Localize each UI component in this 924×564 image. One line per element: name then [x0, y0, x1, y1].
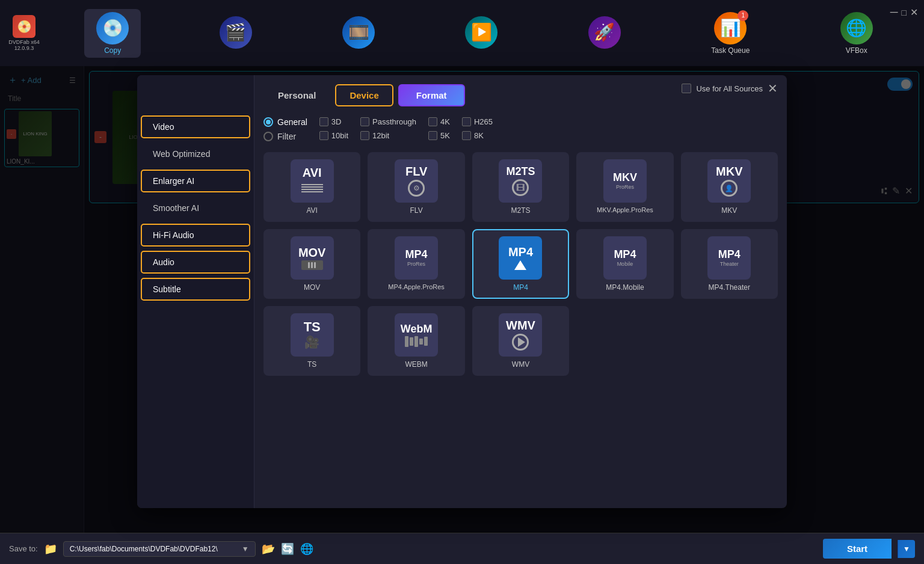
radio-group: General Filter: [263, 117, 307, 141]
format-mp4-theater[interactable]: MP4 Theater MP4.Theater: [681, 229, 778, 299]
app-version: 12.0.9.3: [14, 45, 34, 51]
radio-filter[interactable]: Filter: [263, 132, 307, 141]
nav-copy[interactable]: 💿 Copy: [84, 9, 141, 58]
format-wmv[interactable]: WMV WMV: [472, 306, 569, 376]
dropdown-arrow[interactable]: ▼: [242, 545, 249, 553]
window-controls: ─ □ ✕: [890, 6, 918, 19]
format-mkv-label: MKV: [721, 206, 737, 215]
format-ts-label: TS: [307, 360, 316, 369]
folder-icon: 📁: [44, 542, 57, 556]
nav-player[interactable]: ▶️: [453, 13, 510, 54]
modal-tab-enlarger-ai[interactable]: Enlarger AI: [141, 170, 250, 192]
app-name: DVDFab x64: [8, 39, 40, 45]
maximize-btn[interactable]: □: [902, 8, 907, 17]
modal-tab-subtitle[interactable]: Subtitle: [141, 278, 250, 301]
radio-general-label: General: [277, 117, 307, 127]
format-mp4-theater-label: MP4.Theater: [709, 283, 750, 292]
modal-tab-hi-fi-audio[interactable]: Hi-Fi Audio: [141, 224, 250, 247]
tab-format[interactable]: Format: [398, 84, 465, 106]
modal-close-btn[interactable]: ✕: [768, 81, 778, 96]
format-m2ts[interactable]: M2TS 🎞 M2TS: [472, 152, 569, 222]
chk-12bit[interactable]: 12bit: [360, 131, 416, 140]
refresh-btn[interactable]: 🔄: [281, 542, 294, 556]
modal-sidebar: Video Web Optimized Enlarger AI Smoother…: [137, 75, 254, 508]
format-mp4-prores[interactable]: MP4 ProRes MP4.Apple.ProRes: [368, 229, 464, 299]
chk-passthrough[interactable]: Passthrough: [360, 117, 416, 126]
format-mov-label: MOV: [304, 283, 320, 292]
chk-h265[interactable]: H265: [462, 117, 493, 126]
nav-launcher[interactable]: 🚀: [576, 13, 633, 54]
modal-tab-video[interactable]: Video: [141, 115, 250, 138]
format-mp4-mobile[interactable]: MP4 Mobile MP4.Mobile: [576, 229, 673, 299]
format-mp4-label: MP4: [513, 283, 528, 292]
format-mkv-prores[interactable]: MKV ProRes MKV.Apple.ProRes: [576, 152, 673, 222]
format-mp4-mobile-label: MP4.Mobile: [606, 283, 644, 292]
format-avi-label: AVI: [306, 206, 317, 215]
bottom-bar: Save to: 📁 C:\Users\fab\Documents\DVDFab…: [0, 533, 924, 564]
modal-tab-audio[interactable]: Audio: [141, 251, 250, 274]
filter-options: General Filter 3D: [263, 117, 778, 141]
format-mkv-prores-label: MKV.Apple.ProRes: [597, 206, 653, 213]
format-mp4[interactable]: MP4 MP4: [472, 229, 569, 299]
format-ts[interactable]: TS 🎥 TS: [263, 306, 360, 376]
format-grid: AVI AVI FLV: [263, 152, 778, 376]
modal: Video Web Optimized Enlarger AI Smoother…: [137, 75, 787, 508]
app-logo: 📀 DVDFab x64 12.0.9.3: [6, 15, 42, 51]
start-button[interactable]: Start: [823, 539, 892, 559]
start-dropdown-btn[interactable]: ▼: [898, 540, 915, 558]
radio-filter-label: Filter: [277, 132, 296, 141]
use-all-sources[interactable]: Use for All Sources: [682, 84, 763, 93]
chk-5k[interactable]: 5K: [428, 131, 450, 140]
chk-10bit[interactable]: 10bit: [319, 131, 348, 140]
use-all-sources-label: Use for All Sources: [696, 84, 763, 93]
checkboxes-grid: 3D Passthrough 4K H265: [319, 117, 493, 140]
nav-task-queue[interactable]: 📊 1 Task Queue: [699, 9, 762, 58]
format-mkv[interactable]: MKV 👤 MKV: [681, 152, 778, 222]
task-queue-badge: 1: [738, 10, 748, 21]
modal-tab-web-optimized[interactable]: Web Optimized: [141, 143, 250, 165]
format-webm[interactable]: WebM WEBM: [368, 306, 464, 376]
minimize-btn[interactable]: ─: [890, 6, 898, 19]
nav-converter[interactable]: 🎞️: [330, 13, 387, 54]
browse-folder-btn[interactable]: 📂: [262, 542, 275, 556]
modal-content: ✕ Use for All Sources Personal Device Fo…: [254, 75, 787, 508]
chk-8k[interactable]: 8K: [462, 131, 493, 140]
path-text: C:\Users\fab\Documents\DVDFab\DVDFab12\: [70, 545, 218, 553]
format-flv-label: FLV: [410, 206, 423, 215]
path-display[interactable]: C:\Users\fab\Documents\DVDFab\DVDFab12\ …: [63, 541, 256, 557]
tab-device[interactable]: Device: [335, 84, 393, 106]
nav-vfbox[interactable]: 🌐 VFBox: [828, 9, 885, 58]
format-m2ts-label: M2TS: [511, 206, 530, 215]
close-btn[interactable]: ✕: [910, 7, 918, 18]
format-mov[interactable]: MOV MOV: [263, 229, 360, 299]
nav-vfbox-label: VFBox: [846, 46, 867, 55]
save-to-label: Save to:: [9, 544, 38, 553]
chk-3d[interactable]: 3D: [319, 117, 348, 126]
format-avi[interactable]: AVI AVI: [263, 152, 360, 222]
modal-overlay: Video Web Optimized Enlarger AI Smoother…: [0, 66, 924, 533]
format-flv[interactable]: FLV ⚙ FLV: [368, 152, 464, 222]
format-wmv-label: WMV: [512, 360, 529, 369]
format-mp4-prores-label: MP4.Apple.ProRes: [388, 283, 445, 290]
radio-general[interactable]: General: [263, 117, 307, 127]
modal-tab-smoother-ai[interactable]: Smoother AI: [141, 197, 250, 219]
chk-4k[interactable]: 4K: [428, 117, 450, 126]
nav-copy-label: Copy: [104, 46, 121, 55]
nav-task-queue-label: Task Queue: [711, 46, 750, 55]
nav-ripper[interactable]: 🎬: [208, 13, 264, 54]
globe-btn[interactable]: 🌐: [300, 542, 313, 556]
format-webm-label: WEBM: [405, 360, 427, 369]
tab-personal[interactable]: Personal: [263, 84, 330, 106]
